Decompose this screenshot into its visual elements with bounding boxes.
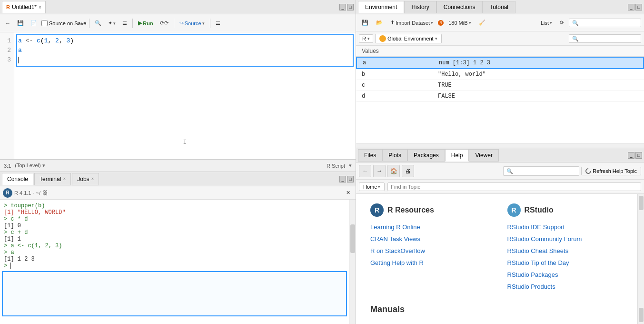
help-pane: Files Plots Packages Help Viewer _ □ (356, 148, 644, 324)
variable-row-c[interactable]: c TRUE (356, 80, 644, 91)
separator-3 (174, 19, 174, 28)
var-value-b: "Hello, world" (438, 71, 638, 78)
find-topic-input[interactable] (387, 182, 641, 191)
save-workspace-btn[interactable]: 💾 (359, 19, 371, 27)
clear-workspace-btn[interactable]: 🧹 (476, 19, 488, 27)
list-view-btn[interactable]: List ▾ (538, 19, 555, 27)
link-rstudio-packages[interactable]: RStudio Packages (507, 271, 630, 278)
help-search-input[interactable] (503, 166, 579, 176)
env-tab-history[interactable]: History (404, 1, 436, 13)
link-rstudio-tip-of-day[interactable]: RStudio Tip of the Day (507, 259, 630, 266)
global-env-dropdown[interactable]: Global Environment ▾ (375, 34, 442, 43)
console-line-9: [1] 1 2 3 (4, 256, 352, 263)
variable-row-b[interactable]: b "Hello, world" (356, 69, 644, 80)
help-content: R R Resources Learning R Online CRAN Tas… (356, 194, 644, 324)
console-scrollbar[interactable] (349, 200, 356, 324)
env-search-vars[interactable] (569, 34, 641, 43)
env-maximize-btn[interactable]: □ (635, 4, 642, 10)
console-tab-jobs[interactable]: Jobs × (72, 173, 99, 185)
refresh-env-btn[interactable]: ⟳ (557, 19, 567, 27)
console-cursor (10, 263, 11, 269)
console-content[interactable]: > toupper(b) [1] "HELLO, WORLD" > c * d … (0, 200, 356, 324)
list-btn[interactable]: ☰ (120, 17, 129, 30)
help-maximize-btn[interactable]: □ (635, 152, 642, 159)
gear-btn[interactable]: ☰ (213, 17, 223, 30)
help-toolbar: ← → 🏠 🖨 Refresh Help Topic (356, 162, 644, 180)
editor-tab-close[interactable]: × (39, 5, 41, 10)
find-btn[interactable]: 🔍 (92, 17, 104, 30)
run-btn[interactable]: ▶ Run (136, 17, 155, 30)
variable-row-d[interactable]: d FALSE (356, 91, 644, 102)
home-dropdown[interactable]: Home ▾ (359, 182, 385, 191)
variable-row-a[interactable]: a num [1:3] 1 2 3 (356, 57, 644, 69)
env-hscrollbar[interactable] (356, 143, 644, 148)
save-btn[interactable]: 💾 (15, 17, 26, 30)
link-rstudio-ide-support[interactable]: RStudio IDE Support (507, 223, 630, 231)
console-line-2: [1] "HELLO, WORLD" (4, 209, 352, 216)
r-resources-section: R R Resources Learning R Online CRAN Tas… (370, 203, 493, 295)
link-rstudio-community[interactable]: RStudio Community Forum (507, 235, 630, 243)
maximize-btn[interactable]: □ (347, 4, 354, 10)
editor-statusbar: 3:1 (Top Level) ▾ R Script ▾ (0, 159, 356, 172)
link-cran-task-views[interactable]: CRAN Task Views (370, 235, 493, 243)
help-tab-plots[interactable]: Plots (382, 149, 407, 162)
help-titlebar: Files Plots Packages Help Viewer _ □ (356, 148, 644, 162)
help-minimize-btn[interactable]: _ (628, 152, 634, 159)
env-tab-connections[interactable]: Connections (436, 1, 483, 13)
help-scroll-thumb-bot[interactable] (639, 308, 644, 322)
cursor-position: 3:1 (4, 163, 11, 169)
link-learning-r-online[interactable]: Learning R Online (370, 223, 493, 231)
source-btn[interactable]: ↪ Source ▾ (177, 17, 207, 30)
help-scrollbar[interactable] (637, 194, 644, 324)
console-tab-terminal[interactable]: Terminal × (34, 173, 71, 185)
link-rstudio-cheat-sheets[interactable]: RStudio Cheat Sheets (507, 247, 630, 254)
help-tab-viewer[interactable]: Viewer (469, 149, 498, 162)
console-maximize-btn[interactable]: □ (347, 176, 354, 182)
editor-tab-untitled1[interactable]: R Untitled1* × (2, 1, 46, 13)
r-link-icon: ⛓ (42, 190, 48, 196)
memory-btn[interactable]: 180 MiB ▾ (446, 19, 474, 27)
load-workspace-btn[interactable]: 📂 (373, 19, 386, 27)
r-version-dropdown[interactable]: R ▾ (359, 34, 373, 43)
link-rstudio-products[interactable]: RStudio Products (507, 283, 630, 290)
terminal-tab-close[interactable]: × (63, 176, 66, 182)
forward-nav-btn[interactable]: → (373, 165, 386, 177)
env-tab-tutorial[interactable]: Tutorial (482, 1, 515, 13)
refresh-help-btn[interactable]: Refresh Help Topic (581, 167, 641, 175)
env-minimize-btn[interactable]: _ (628, 4, 634, 10)
back-nav-btn[interactable]: ← (359, 165, 371, 177)
home-nav-btn[interactable]: 🏠 (387, 165, 400, 177)
values-header: Values (356, 46, 644, 57)
back-btn[interactable]: ← (3, 17, 13, 30)
minimize-btn[interactable]: _ (339, 4, 346, 10)
magic-btn[interactable]: ✦ ▾ (106, 17, 118, 30)
r-resources-title: R R Resources (370, 203, 493, 217)
console-minimize-btn[interactable]: _ (339, 176, 346, 182)
help-tab-packages[interactable]: Packages (407, 149, 445, 162)
code-area[interactable]: a <- c(1, 2, 3) a I (14, 32, 356, 159)
env-tab-environment[interactable]: Environment (358, 1, 404, 13)
console-clear-btn[interactable]: ✕ (344, 187, 353, 199)
import-dataset-btn[interactable]: ⬆ Import Dataset ▾ (387, 19, 436, 27)
view-btn[interactable]: 📄 (28, 17, 40, 30)
help-tab-files[interactable]: Files (358, 149, 382, 162)
env-toolbar2: R ▾ Global Environment ▾ (356, 31, 644, 46)
values-table: Values a num [1:3] 1 2 3 b "Hello, world… (356, 46, 644, 143)
link-getting-help-r[interactable]: Getting Help with R (370, 259, 493, 266)
console-scroll-thumb[interactable] (350, 224, 355, 253)
level-indicator: (Top Level) ▾ (15, 162, 45, 169)
code-line-1: a <- c(1, 2, 3) (18, 36, 352, 46)
help-scroll-thumb-top[interactable] (639, 196, 644, 210)
rerun-btn[interactable]: ⟳⟳ (158, 17, 171, 30)
source-on-save-checkbox[interactable] (41, 20, 48, 26)
link-r-stackoverflow[interactable]: R on StackOverflow (370, 247, 493, 254)
help-tab-help[interactable]: Help (445, 149, 469, 162)
cursor-indicator: I (183, 137, 187, 147)
console-line-8: > a (4, 249, 352, 256)
jobs-tab-close[interactable]: × (91, 176, 94, 182)
console-line-6: [1] 1 (4, 236, 352, 243)
print-btn[interactable]: 🖨 (402, 165, 414, 177)
env-search-input[interactable] (569, 19, 641, 27)
console-line-4: [1] 0 (4, 223, 352, 229)
console-tab-console[interactable]: Console (2, 173, 33, 185)
